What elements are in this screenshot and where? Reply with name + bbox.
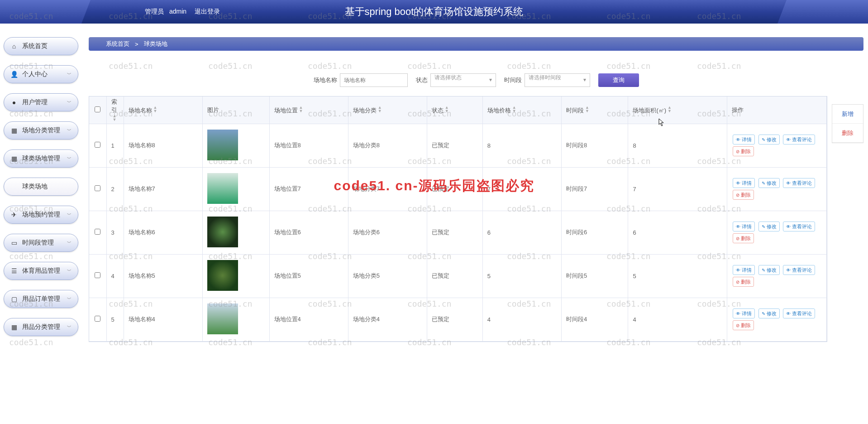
detail-button[interactable]: 👁详情 bbox=[733, 222, 755, 231]
cell-category: 场地分类4 bbox=[348, 298, 427, 341]
col-location[interactable]: 场地位置▲▼ bbox=[269, 96, 348, 124]
comment-button[interactable]: 👁查看评论 bbox=[783, 265, 815, 275]
venue-thumbnail[interactable] bbox=[207, 304, 238, 334]
col-index[interactable]: 索引▲▼ bbox=[106, 96, 124, 124]
breadcrumb-home[interactable]: 系统首页 bbox=[106, 40, 129, 48]
edit-button[interactable]: ✎修改 bbox=[758, 178, 780, 188]
sidebar-item-9[interactable]: ▢用品订单管理﹀ bbox=[4, 290, 78, 308]
col-time[interactable]: 时间段▲▼ bbox=[561, 96, 628, 124]
cell-ops: 👁详情 ✎修改 👁查看评论 ⊘删除 bbox=[727, 254, 827, 298]
col-area[interactable]: 场地面积(㎡)▲▼ bbox=[628, 96, 727, 124]
monitor-icon: ▢ bbox=[10, 295, 18, 303]
sidebar-item-8[interactable]: ☰体育用品管理﹀ bbox=[4, 262, 78, 280]
edit-button[interactable]: ✎修改 bbox=[758, 222, 780, 231]
detail-button[interactable]: 👁详情 bbox=[733, 308, 755, 318]
select-all-checkbox[interactable] bbox=[95, 106, 100, 112]
sidebar-item-4[interactable]: ▦球类场地管理﹀ bbox=[4, 149, 78, 168]
col-name[interactable]: 场地名称▲▼ bbox=[124, 96, 202, 124]
grid-icon: ▦ bbox=[10, 127, 18, 134]
filter-time-select[interactable]: 请选择时间段 bbox=[525, 73, 590, 87]
cell-area: 8 bbox=[628, 124, 727, 167]
delete-button[interactable]: ⊘删除 bbox=[733, 320, 754, 330]
eye-icon: 👁 bbox=[736, 311, 740, 316]
delete-button[interactable]: ⊘删除 bbox=[733, 146, 754, 156]
edit-button[interactable]: ✎修改 bbox=[758, 135, 780, 145]
venue-thumbnail[interactable] bbox=[207, 217, 238, 247]
delete-button[interactable]: ⊘删除 bbox=[733, 233, 754, 243]
sidebar-item-7[interactable]: ▭时间段管理﹀ bbox=[4, 234, 78, 252]
sidebar-item-5[interactable]: 球类场地 bbox=[4, 178, 78, 196]
sidebar-item-0[interactable]: ⌂系统首页 bbox=[4, 37, 78, 55]
top-banner: 管理员 admin 退出登录 基于spring boot的体育场馆设施预约系统 bbox=[0, 0, 868, 24]
cell-price: 5 bbox=[482, 254, 561, 298]
cell-location: 场地位置5 bbox=[269, 254, 348, 298]
cell-status: 已预定 bbox=[427, 298, 482, 341]
admin-label: 管理员 bbox=[145, 8, 164, 15]
sidebar-item-label: 个人中心 bbox=[22, 70, 67, 78]
chevron-down-icon: ﹀ bbox=[67, 240, 72, 246]
cell-status: 已预定 bbox=[427, 211, 482, 254]
detail-button[interactable]: 👁详情 bbox=[733, 135, 755, 145]
cell-index: 3 bbox=[106, 211, 124, 254]
sidebar-item-label: 时间段管理 bbox=[22, 239, 67, 247]
sidebar-item-label: 场地分类管理 bbox=[22, 126, 67, 135]
sidebar-item-1[interactable]: 👤个人中心﹀ bbox=[4, 65, 78, 83]
cell-category: 场地分类8 bbox=[348, 124, 427, 167]
cell-index: 4 bbox=[106, 254, 124, 298]
ban-icon: ⊘ bbox=[736, 236, 739, 241]
filter-name-input[interactable] bbox=[340, 73, 408, 87]
sidebar-item-label: 体育用品管理 bbox=[22, 267, 67, 275]
edit-button[interactable]: ✎修改 bbox=[758, 308, 780, 318]
system-title: 基于spring boot的体育场馆设施预约系统 bbox=[345, 5, 524, 19]
detail-button[interactable]: 👁详情 bbox=[733, 265, 755, 275]
comment-button[interactable]: 👁查看评论 bbox=[783, 178, 815, 188]
cell-price: 4 bbox=[482, 298, 561, 341]
cell-index: 2 bbox=[106, 167, 124, 211]
delete-button[interactable]: ⊘删除 bbox=[733, 277, 754, 287]
venue-thumbnail[interactable] bbox=[207, 130, 238, 160]
sidebar-item-10[interactable]: ▦用品分类管理﹀ bbox=[4, 318, 78, 336]
row-checkbox[interactable] bbox=[95, 229, 100, 235]
logout-link[interactable]: 退出登录 bbox=[195, 8, 220, 15]
sidebar-item-2[interactable]: ●用户管理﹀ bbox=[4, 93, 78, 111]
add-button[interactable]: 新增 bbox=[832, 105, 863, 124]
venue-thumbnail[interactable] bbox=[207, 173, 238, 204]
query-button[interactable]: 查询 bbox=[598, 73, 639, 87]
chevron-down-icon: ﹀ bbox=[67, 127, 72, 134]
cell-name: 场地名称8 bbox=[124, 124, 202, 167]
row-checkbox[interactable] bbox=[95, 142, 100, 148]
table-row: 5 场地名称4 场地位置4 场地分类4 已预定 4 时间段4 4 👁详情 ✎修改… bbox=[89, 298, 827, 341]
comment-button[interactable]: 👁查看评论 bbox=[783, 135, 815, 145]
chevron-down-icon: ﹀ bbox=[67, 99, 72, 106]
detail-button[interactable]: 👁详情 bbox=[733, 178, 755, 188]
cell-location: 场地位置7 bbox=[269, 167, 348, 211]
comment-button[interactable]: 👁查看评论 bbox=[783, 222, 815, 231]
cell-location: 场地位置8 bbox=[269, 124, 348, 167]
cell-price: 8 bbox=[482, 124, 561, 167]
admin-info: 管理员 admin 退出登录 bbox=[145, 8, 224, 16]
col-category[interactable]: 场地分类▲▼ bbox=[348, 96, 427, 124]
row-checkbox[interactable] bbox=[95, 272, 100, 278]
batch-delete-button[interactable]: 删除 bbox=[832, 124, 863, 143]
table-header-row: 索引▲▼ 场地名称▲▼ 图片 场地位置▲▼ 场地分类▲▼ 状态▲▼ 场地价格▲▼… bbox=[89, 96, 827, 124]
col-status[interactable]: 状态▲▼ bbox=[427, 96, 482, 124]
admin-name: admin bbox=[169, 8, 186, 15]
breadcrumb: 系统首页 > 球类场地 bbox=[89, 37, 863, 51]
cell-category: 场地分类6 bbox=[348, 211, 427, 254]
ban-icon: ⊘ bbox=[736, 323, 739, 328]
cell-ops: 👁详情 ✎修改 👁查看评论 ⊘删除 bbox=[727, 211, 827, 254]
action-panel: 新增 删除 bbox=[832, 104, 863, 143]
col-price[interactable]: 场地价格▲▼ bbox=[482, 96, 561, 124]
cell-area: 6 bbox=[628, 211, 727, 254]
filter-status-select[interactable]: 请选择状态 bbox=[430, 73, 496, 87]
sidebar-item-6[interactable]: ✈场地预约管理﹀ bbox=[4, 206, 78, 224]
sidebar-item-label: 用户管理 bbox=[22, 98, 67, 106]
row-checkbox[interactable] bbox=[95, 316, 100, 322]
row-checkbox[interactable] bbox=[95, 185, 100, 191]
comment-button[interactable]: 👁查看评论 bbox=[783, 308, 815, 318]
cell-ops: 👁详情 ✎修改 👁查看评论 ⊘删除 bbox=[727, 124, 827, 167]
edit-button[interactable]: ✎修改 bbox=[758, 265, 780, 275]
venue-thumbnail[interactable] bbox=[207, 260, 238, 291]
delete-button[interactable]: ⊘删除 bbox=[733, 190, 754, 200]
sidebar-item-3[interactable]: ▦场地分类管理﹀ bbox=[4, 121, 78, 140]
